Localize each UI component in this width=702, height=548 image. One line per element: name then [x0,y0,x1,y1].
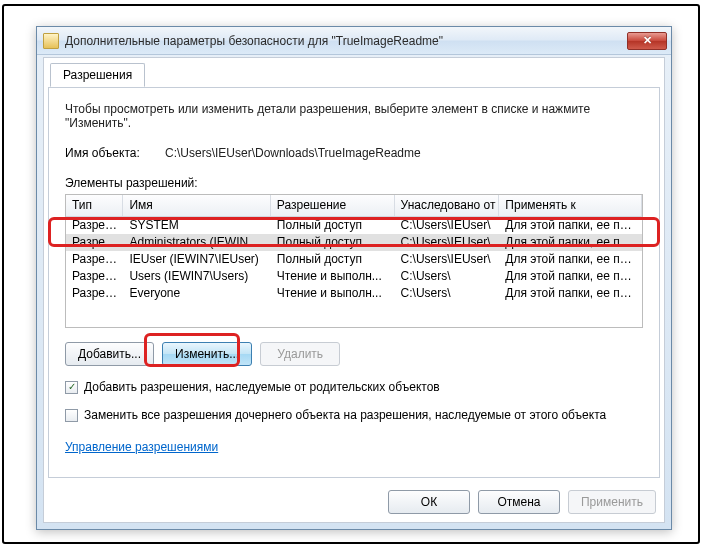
ok-button[interactable]: ОК [388,490,470,514]
col-name[interactable]: Имя [123,195,270,216]
object-value: C:\Users\IEUser\Downloads\TrueImageReadm… [165,146,421,160]
client-area: Разрешения Чтобы просмотреть или изменит… [43,57,665,523]
dialog-window: Дополнительные параметры безопасности дл… [36,26,672,530]
object-label: Имя объекта: [65,146,165,160]
inherit-checkbox-label: Добавить разрешения, наследуемые от роди… [84,380,440,394]
intro-text: Чтобы просмотреть или изменить детали ра… [65,102,643,130]
window-title: Дополнительные параметры безопасности дл… [65,34,627,48]
replace-checkbox-row: Заменить все разрешения дочернего объект… [65,408,643,422]
apply-button: Применить [568,490,656,514]
button-row: Добавить... Изменить... Удалить [65,342,643,366]
inherit-checkbox[interactable]: ✓ [65,381,78,394]
tab-strip: Разрешения [44,62,664,88]
table-row[interactable]: Разреш... IEUser (IEWIN7\IEUser) Полный … [66,251,642,268]
replace-checkbox[interactable] [65,409,78,422]
object-row: Имя объекта: C:\Users\IEUser\Downloads\T… [65,146,643,160]
col-apply[interactable]: Применять к [499,195,642,216]
cancel-button[interactable]: Отмена [478,490,560,514]
col-type[interactable]: Тип [66,195,123,216]
list-rows: Разреш... SYSTEM Полный доступ C:\Users\… [66,217,642,302]
table-row[interactable]: Разреш... SYSTEM Полный доступ C:\Users\… [66,217,642,234]
list-header: Тип Имя Разрешение Унаследовано от Приме… [66,195,642,217]
edit-button[interactable]: Изменить... [162,342,252,366]
add-button[interactable]: Добавить... [65,342,154,366]
tab-panel: Чтобы просмотреть или изменить детали ра… [48,87,660,478]
manage-permissions-link[interactable]: Управление разрешениями [65,440,218,454]
permissions-listview[interactable]: Тип Имя Разрешение Унаследовано от Приме… [65,194,643,328]
outer-frame: Дополнительные параметры безопасности дл… [2,4,700,544]
table-row[interactable]: Разреш... Everyone Чтение и выполн... C:… [66,285,642,302]
elements-label: Элементы разрешений: [65,176,643,190]
col-inherited[interactable]: Унаследовано от [395,195,500,216]
folder-icon [43,33,59,49]
close-button[interactable]: ✕ [627,32,667,50]
bottom-buttons: ОК Отмена Применить [388,490,656,514]
col-perm[interactable]: Разрешение [271,195,395,216]
replace-checkbox-label: Заменить все разрешения дочернего объект… [84,408,606,422]
tab-permissions[interactable]: Разрешения [50,63,145,87]
inherit-checkbox-row: ✓ Добавить разрешения, наследуемые от ро… [65,380,643,394]
titlebar: Дополнительные параметры безопасности дл… [37,27,671,55]
table-row[interactable]: Разреш... Users (IEWIN7\Users) Чтение и … [66,268,642,285]
table-row-selected[interactable]: Разреш... Administrators (IEWIN7\... Пол… [66,234,642,251]
delete-button: Удалить [260,342,340,366]
